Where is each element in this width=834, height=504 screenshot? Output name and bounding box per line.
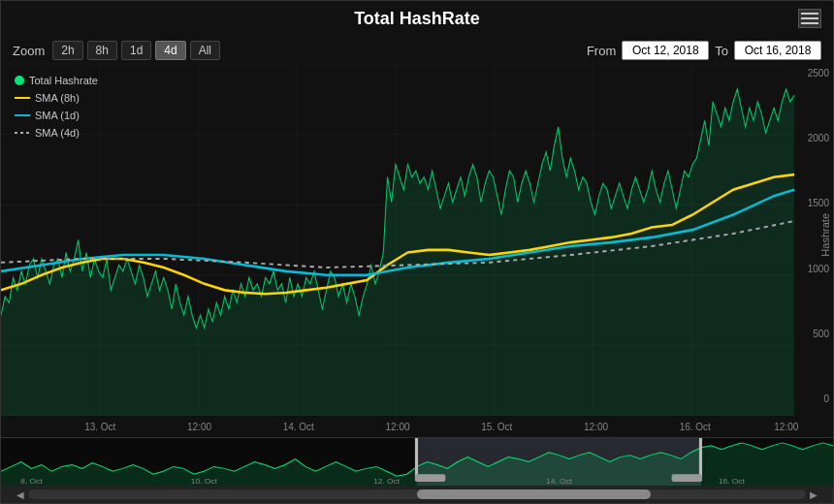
menu-button[interactable] [798,9,821,28]
legend-label-hashrate: Total Hashrate [29,72,98,89]
legend-item-sma4d: SMA (4d) [15,124,98,142]
mini-chart-container: 8. Oct 10. Oct 12. Oct 14. Oct 16. Oct ◀… [1,437,833,503]
date-range: From Oct 12, 2018 To Oct 16, 2018 [587,41,821,60]
x-label-15oct: 15. Oct [481,422,512,432]
y-value-1500: 1500 [808,198,829,208]
x-label-14oct: 14. Oct [283,422,314,432]
y-value-2000: 2000 [808,133,829,143]
legend-label-sma8h: SMA (8h) [35,89,80,107]
hashrate-axis-label: Hashrate [819,213,831,257]
zoom-8h-button[interactable]: 8h [87,41,117,60]
scroll-right-arrow[interactable]: ▶ [806,489,821,500]
x-label-1200-4: 12:00 [774,422,798,432]
to-label: To [715,44,728,58]
y-value-500: 500 [813,329,829,339]
zoom-2h-button[interactable]: 2h [52,41,82,60]
from-label: From [587,44,616,58]
main-container: Total HashRate Zoom 2h 8h 1d 4d All From… [0,0,834,504]
legend: Total Hashrate SMA (8h) SMA (1d) SMA (4d… [15,72,98,142]
legend-dot-hashrate [15,76,24,85]
svg-text:12. Oct: 12. Oct [373,477,401,486]
chart-area: Total Hashrate SMA (8h) SMA (1d) SMA (4d… [1,64,833,437]
main-chart-svg [1,64,794,416]
header: Total HashRate [1,1,833,37]
legend-label-sma4d: SMA (4d) [35,124,80,142]
zoom-4d-button[interactable]: 4d [155,41,185,60]
x-label-16oct: 16. Oct [680,422,711,432]
x-axis: 13. Oct 12:00 14. Oct 12:00 15. Oct 12:0… [1,416,794,437]
mini-chart: 8. Oct 10. Oct 12. Oct 14. Oct 16. Oct [1,438,833,486]
y-value-0: 0 [823,394,829,404]
main-chart [1,64,794,416]
zoom-1d-button[interactable]: 1d [121,41,151,60]
zoom-all-button[interactable]: All [190,41,220,60]
svg-text:16. Oct: 16. Oct [719,477,746,486]
legend-dash-sma4d [15,132,30,134]
svg-rect-23 [672,474,702,482]
to-date-input[interactable]: Oct 16, 2018 [734,41,821,60]
x-label-1200-2: 12:00 [385,422,409,432]
legend-line-sma1d [15,114,30,116]
from-date-input[interactable]: Oct 12, 2018 [622,41,709,60]
scrollbar-thumb[interactable] [417,489,651,499]
legend-line-sma8h [15,97,30,99]
y-value-1000: 1000 [808,264,829,274]
legend-item-sma1d: SMA (1d) [15,107,98,124]
scrollbar[interactable]: ◀ ▶ [1,486,833,503]
scrollbar-track[interactable] [28,489,806,499]
legend-item-sma8h: SMA (8h) [15,89,98,107]
legend-item-hashrate: Total Hashrate [15,72,98,89]
svg-text:8. Oct: 8. Oct [20,477,43,486]
zoom-label: Zoom [13,44,45,58]
svg-rect-22 [415,474,445,482]
mini-chart-svg: 8. Oct 10. Oct 12. Oct 14. Oct 16. Oct [1,438,833,486]
toolbar: Zoom 2h 8h 1d 4d All From Oct 12, 2018 T… [1,37,833,64]
y-value-2500: 2500 [808,68,829,79]
x-label-13oct: 13. Oct [84,422,115,432]
x-label-1200-1: 12:00 [187,422,211,432]
svg-text:10. Oct: 10. Oct [191,477,218,486]
legend-label-sma1d: SMA (1d) [35,107,80,124]
page-title: Total HashRate [354,9,480,29]
x-label-1200-3: 12:00 [584,422,608,432]
svg-text:14. Oct: 14. Oct [546,477,573,486]
scroll-left-arrow[interactable]: ◀ [13,489,28,500]
